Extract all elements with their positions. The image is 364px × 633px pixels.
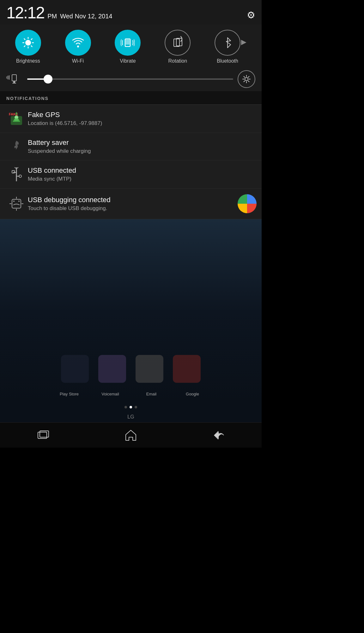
google-avatar [238,194,257,213]
recents-icon [37,430,50,440]
rotation-circle[interactable] [165,30,191,56]
usb-connected-subtitle: Media sync (MTP) [28,176,257,182]
dock-labels-row: Play Store Voicemail Email Google [57,392,205,396]
svg-line-5 [24,39,25,40]
navigation-bar [0,422,262,448]
bluetooth-circle[interactable] [215,30,240,56]
fake-gps-text: Fake GPS Location is (46.5716, -97.9887) [28,111,257,127]
brightness-slider-thumb[interactable] [44,75,52,84]
app-icon-4 [173,355,201,383]
notification-usb-connected[interactable]: USB connected Media sync (MTP) [0,160,262,189]
toggle-vibrate[interactable]: Vibrate [115,30,141,64]
brightness-slider-track[interactable] [27,78,233,80]
settings-icon[interactable]: ⚙ [247,9,255,21]
usb-debug-icon [9,196,24,211]
vibrate-circle[interactable] [115,30,141,56]
dock-label-email: Email [139,392,164,396]
dock-label-google: Google [180,392,205,396]
dot-1 [124,406,127,408]
usb-icon-area [5,166,28,183]
status-date: Wed Nov 12, 2014 [60,13,112,20]
notifications-header: NOTIFICATIONS [0,91,262,105]
status-bar: 12:12 PM Wed Nov 12, 2014 ⚙ [0,0,262,25]
svg-line-7 [31,39,32,40]
app-icon-3 [136,355,163,383]
clock-ampm: PM [47,13,57,20]
bluetooth-arrow-icon: ▶ [241,38,246,46]
wifi-circle[interactable] [65,30,91,56]
battery-saver-subtitle: Suspended while charging [28,148,257,154]
notification-fake-gps[interactable]: FAKE Fake GPS Location is (46.5716, -97.… [0,105,262,133]
svg-text:100: 100 [26,41,31,45]
usb-debug-icon-area [5,196,28,211]
brightness-circle[interactable]: 100 [15,30,41,56]
usb-connected-title: USB connected [28,166,257,175]
battery-saver-text: Battery saver Suspended while charging [28,139,257,154]
svg-point-33 [13,201,15,202]
rotation-label: Rotation [168,58,187,64]
toggle-brightness[interactable]: 100 Brightness [15,30,41,64]
quick-settings-button[interactable] [238,70,255,88]
home-button[interactable] [120,427,142,443]
slider-row [0,67,262,91]
wifi-label: Wi-Fi [72,58,84,64]
toggle-wifi[interactable]: Wi-Fi [65,30,91,64]
notification-list: FAKE Fake GPS Location is (46.5716, -97.… [0,105,262,219]
usb-debug-text: USB debugging connected Touch to disable… [28,196,234,212]
dock-label-voicemail: Voicemail [98,392,123,396]
notifications-title: NOTIFICATIONS [6,96,49,101]
fake-gps-title: Fake GPS [28,111,257,119]
homescreen-background: Play Store Voicemail Email Google [0,219,262,403]
notification-usb-debug[interactable]: USB debugging connected Touch to disable… [0,189,262,219]
usb-debug-title: USB debugging connected [28,196,234,204]
time-section: 12:12 PM Wed Nov 12, 2014 [6,3,112,22]
fake-gps-subtitle: Location is (46.5716, -97.9887) [28,120,257,127]
clock-time: 12:12 [6,3,44,22]
svg-rect-13 [126,40,130,45]
toggle-bluetooth[interactable]: Bluetooth ▶ [215,30,246,64]
back-icon [211,430,225,440]
wifi-icon [71,36,85,50]
toggle-rotation[interactable]: Rotation [165,30,191,64]
homescreen-content: Play Store Voicemail Email Google [0,219,262,403]
gear-icon [242,75,251,84]
app-dock-row [61,355,201,383]
usb-debug-subtitle: Touch to disable USB debugging. [28,205,234,212]
lg-brand: LG [0,412,262,422]
vibration-slider-icon [6,71,23,87]
dock-label-playstore: Play Store [57,392,82,396]
home-icon [124,429,137,442]
dot-2 [130,406,132,408]
app-icon-1 [61,355,89,383]
app-icon-2 [98,355,126,383]
brightness-label: Brightness [16,58,40,64]
svg-line-6 [31,46,32,47]
fake-gps-icon-area: FAKE [5,110,28,127]
page-indicator [0,403,262,412]
svg-line-8 [24,46,25,47]
svg-point-34 [18,201,20,202]
svg-rect-16 [12,75,16,81]
usb-icon [9,166,23,183]
brightness-icon: 100 [21,36,35,50]
rotation-icon [171,36,185,50]
svg-point-10 [77,46,79,47]
quick-toggles-bar: 100 Brightness Wi-Fi [0,25,262,67]
dot-3 [135,406,137,408]
bluetooth-icon [222,36,233,50]
battery-saver-icon-area [5,140,28,153]
fake-gps-icon: FAKE [8,110,25,127]
svg-rect-20 [13,81,15,83]
svg-point-22 [245,78,248,81]
bluetooth-label: Bluetooth [217,58,238,64]
usb-connected-text: USB connected Media sync (MTP) [28,166,257,182]
svg-rect-21 [12,83,16,84]
vibrate-label: Vibrate [120,58,136,64]
notification-battery-saver[interactable]: Battery saver Suspended while charging [0,133,262,160]
battery-saver-icon [9,140,23,153]
vibrate-icon [121,36,135,50]
back-button[interactable] [207,427,229,443]
recents-button[interactable] [33,427,55,443]
battery-saver-title: Battery saver [28,139,257,147]
